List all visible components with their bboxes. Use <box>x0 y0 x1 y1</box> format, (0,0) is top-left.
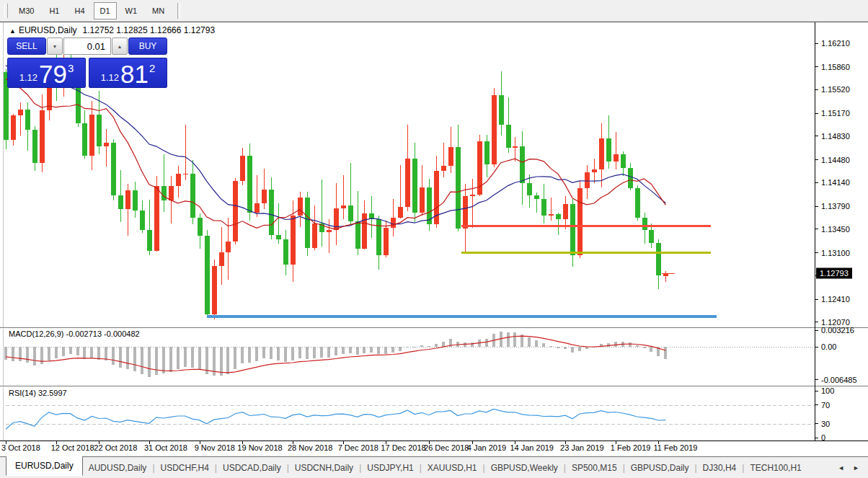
date-axis-tick: 7 Dec 2018 <box>338 443 378 452</box>
date-axis-tick: 17 Dec 2018 <box>381 443 425 452</box>
buy-price-panel[interactable]: 1.12812 <box>89 58 167 88</box>
toolbar-grip[interactable] <box>4 4 8 18</box>
price-axis-tick: 1.13790 <box>821 202 850 211</box>
tab-usdcad-daily[interactable]: USDCAD,Daily <box>217 457 287 478</box>
tab-tech100-h1[interactable]: TECH100,H1 <box>744 457 807 478</box>
tab-scroll-buttons: ◄ ► <box>838 464 868 472</box>
date-axis-tick: 14 Jan 2019 <box>510 443 554 452</box>
date-axis-tick: 11 Feb 2019 <box>653 443 697 452</box>
timeframe-buttons: M30H1H4D1W1MN <box>12 0 173 21</box>
macd-indicator-label: MACD(12,26,9) -0.002713 -0.000482 <box>9 329 140 338</box>
current-price-badge: 1.12793 <box>816 268 852 279</box>
sell-price-prefix: 1.12 <box>19 72 37 83</box>
tab-usdcnh-daily[interactable]: USDCNH,Daily <box>289 457 359 478</box>
date-axis-tick: 31 Oct 2018 <box>144 443 187 452</box>
sell-button[interactable]: SELL <box>7 37 46 55</box>
tab-gbpusd-weekly[interactable]: GBPUSD,Weekly <box>485 457 564 478</box>
price-axis-tick: 1.14480 <box>821 156 850 164</box>
price-axis-tick: 1.15170 <box>821 109 850 118</box>
tab-sp500-m15[interactable]: SP500,M15 <box>566 457 623 478</box>
macd-axis-tick: -0.006485 <box>821 376 857 384</box>
sell-price-sup: 3 <box>68 62 74 74</box>
buy-price-sup: 2 <box>149 62 155 74</box>
date-axis-tick: 12 Oct 2018 <box>51 443 94 452</box>
price-axis-tick: 1.16210 <box>821 39 850 48</box>
tab-dj30-h4[interactable]: DJ30,H4 <box>697 457 743 478</box>
price-axis-tick: 1.14830 <box>821 132 850 141</box>
rsi-axis-tick: 100 <box>821 386 834 395</box>
tab-xauusd-h1[interactable]: XAUUSD,H1 <box>422 457 483 478</box>
tab-usdjpy-h1[interactable]: USDJPY,H1 <box>361 457 419 478</box>
price-axis-tick: 1.13100 <box>821 249 850 257</box>
tabs-scroll-right-icon[interactable]: ► <box>853 464 859 472</box>
timeframe-button-w1[interactable]: W1 <box>119 2 144 19</box>
price-axis-tick: 1.15860 <box>821 63 850 71</box>
tab-audusd-daily[interactable]: AUDUSD,Daily <box>83 457 153 478</box>
tab-eurusd-daily[interactable]: EURUSD,Daily <box>6 456 83 476</box>
triangle-up-icon: ▲ <box>118 44 123 49</box>
date-axis-tick: 26 Dec 2018 <box>424 443 469 452</box>
macd-axis-tick: 0.003216 <box>821 326 854 335</box>
chart-ohlc-values: 1.12752 1.12825 1.12666 1.12793 <box>83 25 216 35</box>
price-axis-tick: 1.12070 <box>821 318 850 327</box>
tabs-scroll-left-icon[interactable]: ◄ <box>838 464 844 472</box>
timeframe-button-m30[interactable]: M30 <box>12 2 40 19</box>
price-axis-tick: 1.13450 <box>821 225 850 234</box>
volume-decrease-button[interactable]: ▼ <box>47 37 63 55</box>
chart-window[interactable]: ▲EURUSD,Daily1.12752 1.12825 1.12666 1.1… <box>0 22 868 457</box>
volume-input[interactable]: 0.01 <box>63 37 111 55</box>
timeframe-button-mn[interactable]: MN <box>146 2 171 19</box>
triangle-down-icon: ▼ <box>53 44 58 49</box>
chart-title: ▲EURUSD,Daily1.12752 1.12825 1.12666 1.1… <box>9 25 215 35</box>
tab-gbpusd-daily[interactable]: GBPUSD,Daily <box>625 457 695 478</box>
sell-price-big: 79 <box>39 63 67 86</box>
volume-increase-button[interactable]: ▲ <box>112 37 128 55</box>
date-axis-tick: 28 Nov 2018 <box>288 443 332 452</box>
date-axis-tick: 22 Oct 2018 <box>94 443 137 452</box>
one-click-trading-widget: SELL ▼ 0.01 ▲ BUY 1.12793 1.12812 <box>7 37 167 88</box>
date-axis-tick: 4 Jan 2019 <box>467 443 506 452</box>
symbol-tabs: EURUSD,DailyAUDUSD,Daily|USDCHF,H4|USDCA… <box>6 457 807 478</box>
price-axis-tick: 1.12410 <box>821 295 850 304</box>
timeframe-button-h1[interactable]: H1 <box>43 2 66 19</box>
date-axis-tick: 23 Jan 2019 <box>560 443 604 452</box>
collapse-chart-icon[interactable]: ▲ <box>9 27 16 35</box>
price-axis-tick: 1.15520 <box>821 85 850 94</box>
symbol-tab-bar: EURUSD,DailyAUDUSD,Daily|USDCHF,H4|USDCA… <box>0 456 868 478</box>
sell-price-panel[interactable]: 1.12793 <box>7 58 86 88</box>
price-axis-tick: 1.14140 <box>821 178 850 187</box>
timeframe-button-d1[interactable]: D1 <box>94 2 117 19</box>
tab-usdchf-h4[interactable]: USDCHF,H4 <box>155 457 215 478</box>
rsi-axis-tick: 0 <box>821 433 825 442</box>
chart-symbol-label: EURUSD,Daily <box>19 25 77 35</box>
date-axis-tick: 1 Feb 2019 <box>611 443 651 452</box>
rsi-indicator-label: RSI(14) 32.5997 <box>9 389 67 397</box>
date-axis-tick: 3 Oct 2018 <box>1 443 40 452</box>
buy-price-big: 81 <box>120 63 149 86</box>
timeframe-toolbar: M30H1H4D1W1MN <box>0 0 868 22</box>
date-axis-tick: 19 Nov 2018 <box>237 443 282 452</box>
buy-price-prefix: 1.12 <box>101 72 119 83</box>
rsi-axis-tick: 30 <box>821 420 830 428</box>
date-axis-tick: 9 Nov 2018 <box>195 443 235 452</box>
macd-axis-tick: 0.00 <box>821 342 836 351</box>
toolbar-separator <box>177 3 180 19</box>
buy-button[interactable]: BUY <box>128 37 167 55</box>
rsi-axis-tick: 70 <box>821 401 830 410</box>
timeframe-button-h4[interactable]: H4 <box>68 2 91 19</box>
